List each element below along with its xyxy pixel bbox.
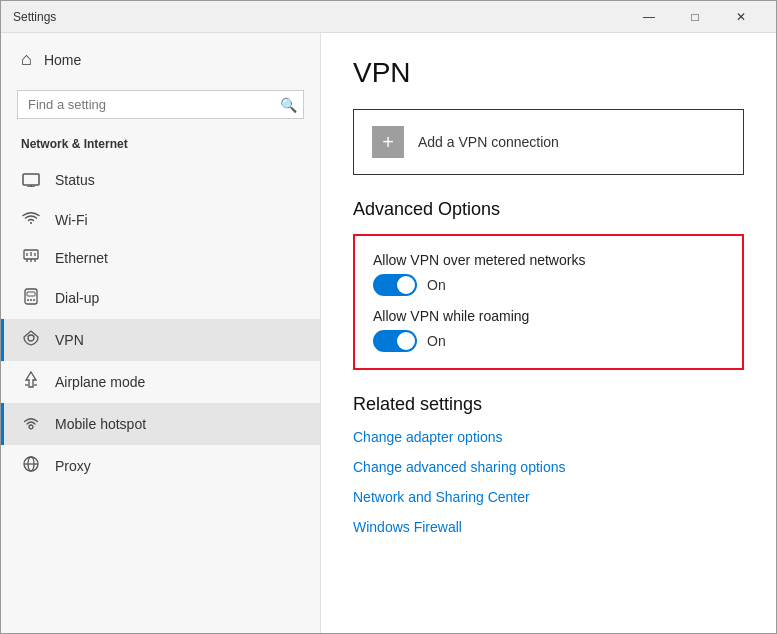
sidebar-item-wifi-label: Wi-Fi <box>55 212 88 228</box>
toggle-roaming-switch[interactable] <box>373 330 417 352</box>
vpn-icon <box>21 329 41 351</box>
airplane-icon <box>21 371 41 393</box>
toggle-metered-label: Allow VPN over metered networks <box>373 252 724 268</box>
hotspot-icon <box>21 413 41 435</box>
search-icon[interactable]: 🔍 <box>280 97 297 113</box>
settings-window: Settings — □ ✕ ⌂ Home 🔍 Network & Intern… <box>0 0 777 634</box>
toggle-roaming-state: On <box>427 333 446 349</box>
minimize-button[interactable]: — <box>626 1 672 33</box>
search-input[interactable] <box>18 91 303 118</box>
svg-point-18 <box>29 425 33 429</box>
content-area: ⌂ Home 🔍 Network & Internet Status <box>1 33 776 633</box>
sidebar-item-hotspot[interactable]: Mobile hotspot <box>1 403 320 445</box>
sidebar-item-hotspot-label: Mobile hotspot <box>55 416 146 432</box>
advanced-options-box: Allow VPN over metered networks On Allow… <box>353 234 744 370</box>
proxy-icon <box>21 455 41 477</box>
sidebar-item-proxy[interactable]: Proxy <box>1 445 320 487</box>
home-icon: ⌂ <box>21 49 32 70</box>
title-bar: Settings — □ ✕ <box>1 1 776 33</box>
svg-point-14 <box>33 299 35 301</box>
ethernet-icon <box>21 249 41 267</box>
add-icon: + <box>372 126 404 158</box>
advanced-options-title: Advanced Options <box>353 199 744 220</box>
change-adapter-link[interactable]: Change adapter options <box>353 429 744 445</box>
svg-point-13 <box>30 299 32 301</box>
page-title: VPN <box>353 57 744 89</box>
toggle-metered-row: Allow VPN over metered networks On <box>373 252 724 296</box>
svg-point-15 <box>28 335 34 341</box>
sidebar-home-label: Home <box>44 52 81 68</box>
main-content: VPN + Add a VPN connection Advanced Opti… <box>321 33 776 633</box>
change-sharing-link[interactable]: Change advanced sharing options <box>353 459 744 475</box>
related-settings-title: Related settings <box>353 394 744 415</box>
window-title: Settings <box>13 10 626 24</box>
wifi-icon <box>21 211 41 229</box>
sidebar-item-airplane[interactable]: Airplane mode <box>1 361 320 403</box>
sidebar-item-status[interactable]: Status <box>1 159 320 201</box>
sidebar-item-airplane-label: Airplane mode <box>55 374 145 390</box>
dialup-icon <box>21 287 41 309</box>
sidebar-item-status-label: Status <box>55 172 95 188</box>
toggle-metered-switch[interactable] <box>373 274 417 296</box>
sidebar-category: Network & Internet <box>1 131 320 159</box>
sidebar-home[interactable]: ⌂ Home <box>1 33 320 86</box>
windows-firewall-link[interactable]: Windows Firewall <box>353 519 744 535</box>
sidebar-item-dialup-label: Dial-up <box>55 290 99 306</box>
toggle-metered-state: On <box>427 277 446 293</box>
toggle-metered-control: On <box>373 274 724 296</box>
sidebar-item-vpn[interactable]: VPN <box>1 319 320 361</box>
toggle-roaming-control: On <box>373 330 724 352</box>
sidebar-item-ethernet[interactable]: Ethernet <box>1 239 320 277</box>
status-icon <box>21 169 41 191</box>
sidebar-item-wifi[interactable]: Wi-Fi <box>1 201 320 239</box>
add-vpn-button[interactable]: + Add a VPN connection <box>353 109 744 175</box>
add-vpn-label: Add a VPN connection <box>418 134 559 150</box>
close-button[interactable]: ✕ <box>718 1 764 33</box>
sidebar-item-vpn-label: VPN <box>55 332 84 348</box>
svg-point-12 <box>27 299 29 301</box>
sidebar: ⌂ Home 🔍 Network & Internet Status <box>1 33 321 633</box>
maximize-button[interactable]: □ <box>672 1 718 33</box>
window-controls: — □ ✕ <box>626 1 764 33</box>
toggle-roaming-label: Allow VPN while roaming <box>373 308 724 324</box>
sidebar-item-dialup[interactable]: Dial-up <box>1 277 320 319</box>
svg-rect-11 <box>27 292 35 296</box>
svg-rect-0 <box>23 174 39 185</box>
search-box: 🔍 <box>17 90 304 119</box>
sidebar-item-ethernet-label: Ethernet <box>55 250 108 266</box>
sidebar-item-proxy-label: Proxy <box>55 458 91 474</box>
network-center-link[interactable]: Network and Sharing Center <box>353 489 744 505</box>
toggle-roaming-row: Allow VPN while roaming On <box>373 308 724 352</box>
